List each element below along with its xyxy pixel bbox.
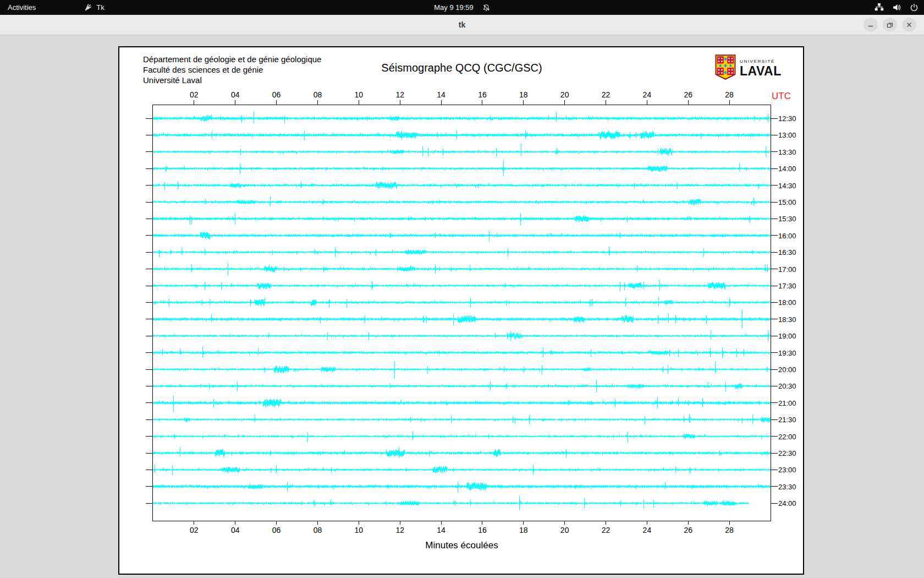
trace-time-label: 18:30 — [778, 315, 796, 324]
trace-tick-left — [146, 419, 152, 420]
x-tick-label-top: 10 — [346, 90, 371, 99]
trace-time-label: 19:00 — [778, 332, 796, 340]
logo-laval-text: LAVAL — [740, 65, 782, 78]
gnome-top-bar: Activities Tk May 9 19:59 — [0, 0, 924, 15]
x-tick-label-top: 24 — [635, 90, 659, 99]
trace-tick-right — [771, 402, 778, 403]
minimize-button[interactable] — [864, 18, 878, 32]
trace-tick-right — [771, 118, 778, 119]
x-tick-label-bottom: 02 — [182, 526, 206, 535]
trace-tick-left — [146, 135, 152, 135]
x-tick-bottom — [194, 521, 194, 525]
x-tick-label-top: 20 — [553, 90, 577, 99]
x-tick-bottom — [276, 521, 277, 525]
trace-time-label: 22:00 — [778, 433, 796, 441]
trace-tick-left — [146, 252, 152, 253]
trace-tick-left — [146, 486, 152, 487]
x-tick-bottom — [400, 521, 400, 525]
x-tick-top — [235, 100, 235, 105]
network-wired-icon — [875, 3, 884, 12]
trace-time-label: 20:30 — [778, 382, 796, 390]
trace-tick-left — [146, 168, 152, 169]
trace-tick-left — [146, 151, 152, 152]
clock-area[interactable]: May 9 19:59 — [434, 0, 490, 15]
trace-tick-left — [146, 402, 152, 403]
trace-time-label: 22:30 — [778, 449, 796, 457]
x-tick-bottom — [523, 521, 524, 525]
x-tick-label-bottom: 28 — [717, 526, 741, 535]
x-tick-top — [482, 100, 482, 105]
clock-label: May 9 19:59 — [434, 3, 474, 12]
x-tick-label-top: 18 — [512, 90, 536, 99]
trace-tick-right — [771, 202, 778, 203]
window-titlebar[interactable]: tk — [0, 15, 924, 35]
trace-tick-left — [146, 118, 152, 119]
trace-time-label: 23:00 — [778, 466, 796, 474]
trace-tick-left — [146, 202, 152, 203]
x-tick-bottom — [647, 521, 647, 525]
trace-tick-right — [771, 352, 778, 353]
x-tick-label-top: 12 — [388, 90, 412, 99]
system-status-area[interactable] — [875, 0, 919, 15]
trace-time-label: 15:00 — [778, 198, 796, 206]
trace-time-label: 17:30 — [778, 282, 796, 290]
trace-tick-left — [146, 470, 152, 470]
x-tick-top — [564, 100, 565, 105]
x-tick-bottom — [729, 521, 730, 525]
x-tick-label-bottom: 22 — [594, 526, 618, 535]
x-tick-label-bottom: 04 — [223, 526, 248, 535]
x-tick-top — [647, 100, 647, 105]
trace-time-label: 17:00 — [778, 265, 796, 274]
x-tick-label-bottom: 08 — [305, 526, 329, 535]
trace-time-label: 18:00 — [778, 298, 796, 307]
trace-tick-left — [146, 352, 152, 353]
header-line-3: Université Laval — [143, 75, 321, 85]
trace-time-label: 12:30 — [778, 114, 796, 123]
trace-tick-left — [146, 336, 152, 336]
trace-tick-right — [771, 302, 778, 303]
trace-time-label: 13:00 — [778, 131, 796, 139]
volume-icon — [892, 3, 901, 12]
trace-tick-right — [771, 319, 778, 319]
trace-tick-left — [146, 269, 152, 269]
x-tick-bottom — [359, 521, 359, 525]
trace-tick-left — [146, 235, 152, 236]
x-tick-label-bottom: 18 — [512, 526, 536, 535]
x-tick-label-top: 26 — [676, 90, 700, 99]
trace-tick-right — [771, 269, 778, 269]
trace-tick-left — [146, 436, 152, 437]
trace-tick-left — [146, 219, 152, 219]
logo-universite-text: UNIVERSITÉ — [740, 59, 782, 64]
x-tick-label-top: 06 — [265, 90, 289, 99]
utc-label: UTC — [772, 91, 791, 102]
x-tick-top — [729, 100, 730, 105]
x-tick-top — [688, 100, 689, 105]
x-tick-bottom — [317, 521, 318, 525]
x-tick-label-bottom: 12 — [388, 526, 412, 535]
trace-tick-right — [771, 286, 778, 286]
x-tick-label-bottom: 24 — [635, 526, 659, 535]
trace-time-label: 20:00 — [778, 366, 796, 374]
x-tick-bottom — [564, 521, 565, 525]
trace-tick-right — [771, 185, 778, 186]
trace-tick-right — [771, 436, 778, 437]
activities-button[interactable]: Activities — [0, 0, 43, 15]
trace-tick-left — [146, 286, 152, 286]
app-menu-tk[interactable]: Tk — [76, 0, 112, 15]
x-tick-bottom — [235, 521, 235, 525]
x-tick-label-top: 16 — [470, 90, 494, 99]
trace-tick-right — [771, 486, 778, 487]
x-tick-label-bottom: 14 — [429, 526, 453, 535]
x-axis-title: Minutes écoulées — [152, 540, 771, 551]
trace-tick-right — [771, 168, 778, 169]
trace-tick-left — [146, 185, 152, 186]
restore-button[interactable] — [883, 18, 897, 32]
x-tick-label-top: 08 — [305, 90, 329, 99]
universite-laval-logo: UNIVERSITÉ LAVAL — [715, 54, 782, 82]
trace-time-label: 16:00 — [778, 232, 796, 240]
trace-tick-right — [771, 386, 778, 386]
seismograph-panel: Département de géologie et de génie géol… — [118, 46, 804, 575]
trace-tick-right — [771, 453, 778, 454]
window-title: tk — [0, 15, 924, 35]
close-button[interactable] — [902, 18, 916, 32]
